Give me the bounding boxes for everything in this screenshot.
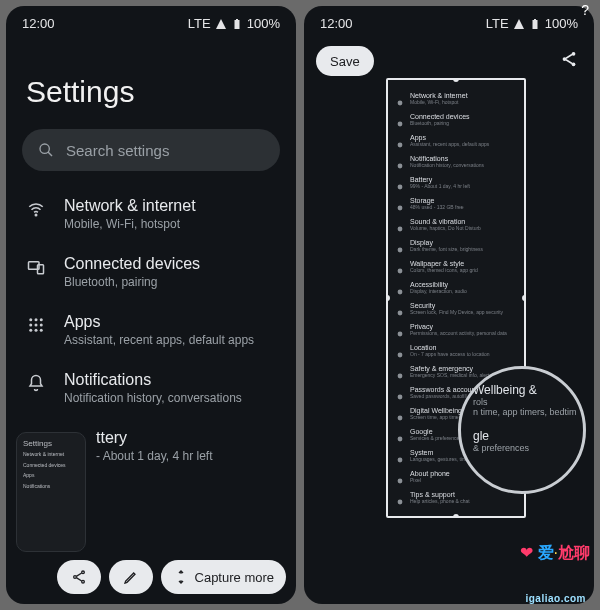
svg-point-31 [398,290,403,295]
svg-point-36 [398,395,403,400]
svg-point-29 [398,248,403,253]
ls-sub: Assistant, recent apps, default apps [410,141,489,147]
mag-title: gle [473,429,577,443]
expand-icon [173,569,189,585]
svg-point-0 [40,144,49,153]
ls-title: Network & internet [410,92,468,99]
signal-icon [215,18,227,30]
svg-point-2 [35,214,37,216]
svg-point-13 [40,329,43,332]
ls-title: About phone [410,470,450,477]
status-net: LTE [486,16,509,31]
long-item: AccessibilityDisplay, interaction, audio [396,277,516,298]
svg-point-23 [398,122,403,127]
dot-icon [396,156,404,164]
svg-point-10 [40,324,43,327]
svg-point-40 [398,479,403,484]
ls-title: Accessibility [410,281,467,288]
svg-point-22 [398,101,403,106]
svg-point-24 [398,143,403,148]
signal-icon [513,18,525,30]
battery-icon [231,18,243,30]
share-button[interactable] [57,560,101,594]
long-item: Connected devicesBluetooth, pairing [396,109,516,130]
bell-icon [26,374,46,392]
ls-sub: Pixel [410,477,450,483]
dot-icon [396,198,404,206]
settings-item-connected[interactable]: Connected devices Bluetooth, pairing [6,243,296,301]
pencil-icon [123,569,139,585]
ls-title: Wallpaper & style [410,260,478,267]
svg-point-32 [398,311,403,316]
magnifier-lens: Wellbeing & rols n time, app timers, bed… [458,366,586,494]
crop-handle-top[interactable] [453,78,459,82]
dot-icon [396,366,404,374]
ls-sub: Volume, haptics, Do Not Disturb [410,225,481,231]
status-net: LTE [188,16,211,31]
ls-title: Security [410,302,503,309]
item-sub: Mobile, Wi-Fi, hotspot [64,217,196,231]
page-title: Settings [6,35,296,129]
ls-sub: Screen lock, Find My Device, app securit… [410,309,503,315]
mag-sub: & preferences [473,443,577,453]
settings-item-apps[interactable]: Apps Assistant, recent apps, default app… [6,301,296,359]
search-input[interactable]: Search settings [22,129,280,171]
long-item: Network & internetMobile, Wi-Fi, hotspot [396,88,516,109]
ls-title: Display [410,239,483,246]
mag-title: Wellbeing & [473,383,577,397]
ls-sub: Services & preferences [410,435,462,441]
thumb-row: Apps [23,473,79,479]
long-item: Battery99% - About 1 day, 4 hr left [396,172,516,193]
svg-point-16 [81,580,84,583]
settings-item-notifications[interactable]: Notifications Notification history, conv… [6,359,296,417]
svg-point-6 [35,318,38,321]
svg-point-8 [29,324,32,327]
thumb-title: Settings [23,439,79,448]
svg-point-12 [35,329,38,332]
item-title: Notifications [64,371,242,389]
ls-title: Privacy [410,323,507,330]
edit-button[interactable] [109,560,153,594]
long-item: SecurityScreen lock, Find My Device, app… [396,298,516,319]
share-button[interactable] [560,50,578,72]
heart-icon: ❤ [520,544,533,561]
screenshot-actions: Capture more [6,560,296,594]
crop-handle-left[interactable] [386,295,390,301]
svg-line-17 [76,573,81,576]
battery-icon [529,18,541,30]
svg-point-30 [398,269,403,274]
watermark-igaliao: ❤ 爱·尬聊 [520,543,590,564]
svg-point-33 [398,332,403,337]
dot-icon [396,282,404,290]
ls-title: Storage [410,197,464,204]
settings-item-network[interactable]: Network & internet Mobile, Wi-Fi, hotspo… [6,185,296,243]
ls-sub: Notification history, conversations [410,162,484,168]
ls-sub: On - 7 apps have access to location [410,351,490,357]
dot-icon [396,114,404,122]
ls-sub: 99% - About 1 day, 4 hr left [410,183,470,189]
save-label: Save [330,54,360,69]
thumb-row: Notifications [23,484,79,490]
svg-point-25 [398,164,403,169]
search-icon [38,142,54,158]
crop-handle-bottom[interactable] [453,514,459,518]
ls-title: Apps [410,134,489,141]
long-item: PrivacyPermissions, account activity, pe… [396,319,516,340]
dot-icon [396,450,404,458]
save-button[interactable]: Save [316,46,374,76]
long-item: Tips & supportHelp articles, phone & cha… [396,487,516,508]
crop-handle-right[interactable] [522,295,526,301]
ls-sub: Help articles, phone & chat [410,498,470,504]
item-sub: Notification history, conversations [64,391,242,405]
svg-point-11 [29,329,32,332]
dot-icon [396,93,404,101]
ls-sub: Colors, themed icons, app grid [410,267,478,273]
long-item: LocationOn - 7 apps have access to locat… [396,340,516,361]
capture-more-label: Capture more [195,570,274,585]
svg-point-34 [398,353,403,358]
item-sub: Assistant, recent apps, default apps [64,333,254,347]
capture-more-button[interactable]: Capture more [161,560,286,594]
ls-sub: 48% used - 132 GB free [410,204,464,210]
screenshot-thumbnail[interactable]: Settings Network & internet Connected de… [16,432,86,552]
thumb-row: Network & internet [23,452,79,458]
